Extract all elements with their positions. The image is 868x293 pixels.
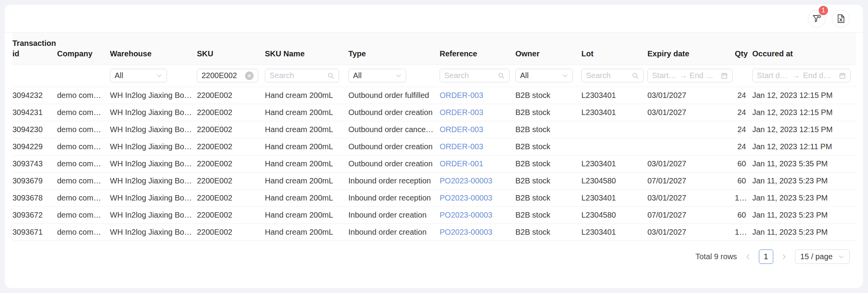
- reference-filter-placeholder: Search: [444, 71, 469, 80]
- cell-company: demo company: [57, 87, 110, 104]
- cell-qty: 60: [735, 173, 752, 190]
- col-header-lot: Lot: [581, 33, 647, 65]
- cell-type: Outbound order fulfilled: [348, 87, 440, 104]
- lot-filter-input[interactable]: Search: [581, 69, 644, 82]
- owner-filter-select[interactable]: All: [515, 69, 573, 82]
- cell-sku: 2200E002: [197, 121, 265, 138]
- col-header-warehouse: Warehouse: [110, 33, 197, 65]
- cell-transaction-id: 3094230: [12, 121, 57, 138]
- cell-type: Outbound order creation: [348, 104, 440, 121]
- cell-lot: [581, 121, 647, 138]
- cell-warehouse: WH In2log Jiaxing Bonded: [110, 155, 197, 173]
- sku-filter-input[interactable]: 2200E002 ✕: [197, 69, 258, 82]
- cell-expiry-date: 03/01/2027: [647, 224, 735, 241]
- reference-link[interactable]: PO2023-00003: [440, 211, 492, 219]
- warehouse-filter-value: All: [115, 71, 123, 80]
- cell-warehouse: WH In2log Jiaxing Bonded: [110, 138, 197, 155]
- calendar-icon: [839, 72, 846, 79]
- clear-sku-filter-icon[interactable]: ✕: [245, 72, 254, 80]
- pagination: Total 9 rows 1 15 / page: [5, 241, 863, 264]
- cell-sku-name: Hand cream 200mL: [265, 173, 348, 190]
- table-row: 3094229 demo company WH In2log Jiaxing B…: [12, 138, 856, 155]
- cell-qty: 24: [735, 138, 752, 155]
- cell-sku: 2200E002: [197, 224, 265, 241]
- sku-name-filter-input[interactable]: Search: [265, 69, 339, 82]
- col-header-transaction-id: Transaction id: [12, 33, 57, 65]
- filter-qty-empty: [735, 65, 752, 87]
- cell-sku-name: Hand cream 200mL: [265, 155, 348, 173]
- transactions-table: Transaction id Company Warehouse SKU SKU…: [12, 33, 856, 241]
- search-icon: [632, 72, 639, 79]
- cell-sku-name: Hand cream 200mL: [265, 104, 348, 121]
- cell-qty: 60: [735, 207, 752, 224]
- cell-warehouse: WH In2log Jiaxing Bonded: [110, 104, 197, 121]
- chevron-right-icon: [781, 254, 787, 260]
- cell-owner: B2B stock: [515, 138, 581, 155]
- next-page-button[interactable]: [779, 250, 789, 264]
- reference-link[interactable]: ORDER-003: [440, 142, 483, 151]
- reference-link[interactable]: ORDER-003: [440, 108, 483, 117]
- cell-transaction-id: 3094232: [12, 87, 57, 104]
- col-header-company: Company: [57, 33, 110, 65]
- cell-company: demo company: [57, 121, 110, 138]
- filter-company-empty: [57, 65, 110, 87]
- range-arrow-icon: →: [680, 71, 687, 80]
- search-icon: [327, 72, 334, 79]
- chevron-left-icon: [745, 254, 751, 260]
- col-header-owner: Owner: [515, 33, 581, 65]
- header-row: Transaction id Company Warehouse SKU SKU…: [12, 33, 856, 65]
- chevron-down-icon: [156, 73, 162, 79]
- chevron-down-icon: [838, 254, 844, 260]
- filter-row: All 2200E002 ✕ Search: [12, 65, 856, 87]
- cell-occured-at: Jan 12, 2023 12:11 PM: [752, 138, 856, 155]
- warehouse-filter-select[interactable]: All: [110, 69, 167, 82]
- cell-occured-at: Jan 11, 2023 5:23 PM: [752, 207, 856, 224]
- table-row: 3093671 demo company WH In2log Jiaxing B…: [12, 224, 856, 241]
- page-number-button[interactable]: 1: [759, 249, 773, 264]
- cell-company: demo company: [57, 173, 110, 190]
- reference-link[interactable]: PO2023-00003: [440, 228, 492, 236]
- sku-name-filter-placeholder: Search: [270, 71, 294, 80]
- occured-start-placeholder: Start date: [757, 71, 789, 80]
- cell-transaction-id: 3093678: [12, 190, 57, 207]
- occured-at-range-picker[interactable]: Start date → End date: [752, 69, 851, 82]
- cell-transaction-id: 3094229: [12, 138, 57, 155]
- cell-sku: 2200E002: [197, 138, 265, 155]
- cell-owner: B2B stock: [515, 207, 581, 224]
- cell-qty: 24: [735, 121, 752, 138]
- reference-link[interactable]: PO2023-00003: [440, 194, 492, 202]
- col-header-reference: Reference: [440, 33, 515, 65]
- reference-link[interactable]: ORDER-003: [440, 91, 483, 99]
- cell-sku: 2200E002: [197, 155, 265, 173]
- type-filter-value: All: [353, 71, 362, 80]
- previous-page-button[interactable]: [743, 250, 753, 264]
- expiry-date-range-picker[interactable]: Start d... → End da...: [647, 69, 732, 82]
- cell-qty: 60: [735, 155, 752, 173]
- chevron-down-icon: [562, 73, 568, 79]
- cell-sku: 2200E002: [197, 87, 265, 104]
- cell-warehouse: WH In2log Jiaxing Bonded: [110, 87, 197, 104]
- cell-transaction-id: 3093672: [12, 207, 57, 224]
- cell-type: Outbound order creation: [348, 138, 440, 155]
- cell-transaction-id: 3093671: [12, 224, 57, 241]
- calendar-icon: [721, 72, 728, 79]
- cell-type: Inbound order reception: [348, 173, 440, 190]
- cell-lot: L2303401: [581, 224, 647, 241]
- owner-filter-value: All: [520, 71, 529, 80]
- reference-filter-input[interactable]: Search: [440, 69, 510, 82]
- reference-link[interactable]: ORDER-001: [440, 159, 483, 168]
- range-arrow-icon: →: [792, 71, 800, 80]
- cell-type: Inbound order creation: [348, 224, 440, 241]
- expiry-start-placeholder: Start d...: [652, 71, 677, 80]
- reference-link[interactable]: ORDER-003: [440, 125, 483, 134]
- type-filter-select[interactable]: All: [348, 69, 406, 82]
- cell-sku-name: Hand cream 200mL: [265, 138, 348, 155]
- reference-link[interactable]: PO2023-00003: [440, 176, 492, 185]
- clear-filters-button[interactable]: 1: [808, 10, 826, 28]
- cell-owner: B2B stock: [515, 155, 581, 173]
- page-size-select[interactable]: 15 / page: [795, 249, 850, 264]
- cell-qty: 120: [735, 224, 752, 241]
- cell-expiry-date: [647, 138, 735, 155]
- export-excel-button[interactable]: [832, 10, 850, 28]
- cell-transaction-id: 3093679: [12, 173, 57, 190]
